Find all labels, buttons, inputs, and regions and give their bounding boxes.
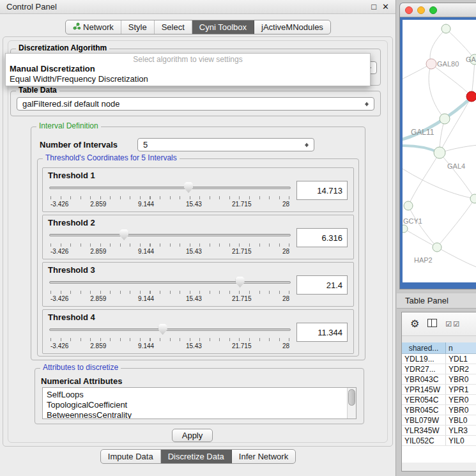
cell-shared-name[interactable]: YBR045C <box>402 405 446 415</box>
slider-thumb[interactable] <box>158 324 167 335</box>
list-item[interactable]: TopologicalCoefficient <box>43 400 356 410</box>
slider-thumb[interactable] <box>184 182 193 193</box>
cell-shared-name[interactable]: YDL19... <box>402 354 446 364</box>
close-icon[interactable]: ✕ <box>382 0 389 14</box>
scale-label: 28 <box>282 201 289 208</box>
close-traffic-light[interactable] <box>405 6 413 14</box>
num-intervals-select[interactable]: 5 <box>137 138 314 151</box>
network-node[interactable] <box>404 201 413 210</box>
cell-name[interactable]: YDR2 <box>446 364 476 374</box>
cell-shared-name[interactable]: YER054C <box>402 395 446 404</box>
network-canvas[interactable]: GAL80 GAL GAL11 GAL4 GCY1 HAP2 <box>403 20 476 282</box>
algorithm-group-title: Discretization Algorithm <box>16 43 109 52</box>
table-row[interactable]: YPR145W YPR1 <box>402 385 476 395</box>
list-scrollbar[interactable] <box>347 388 356 418</box>
network-node[interactable] <box>470 194 476 203</box>
tab-impute-data[interactable]: Impute Data <box>101 450 161 463</box>
network-node[interactable] <box>440 114 450 124</box>
table-row[interactable]: YBR043C YBR0 <box>402 374 476 385</box>
network-node[interactable] <box>441 24 450 33</box>
network-node[interactable] <box>434 147 445 158</box>
cell-name[interactable]: YBR0 <box>446 374 476 384</box>
slider-track[interactable] <box>49 328 291 331</box>
cell-shared-name[interactable]: YLR345W <box>402 426 446 435</box>
spinner-arrows-icon <box>364 100 370 108</box>
threshold-panel-3: Threshold 3 -3.426 2.859 9.144 15.43 21.… <box>42 262 354 307</box>
column-header-shared-name[interactable]: shared... <box>402 342 446 354</box>
network-node-gal80[interactable] <box>426 59 436 69</box>
table-row[interactable]: YER054C YER0 <box>402 395 476 405</box>
network-node-label: GCY1 <box>403 217 422 225</box>
table-data-select[interactable]: galFiltered.sif default node <box>17 97 374 111</box>
dropdown-option-equal-width[interactable]: Equal Width/Frequency Discretization <box>6 73 370 84</box>
table-row[interactable]: YBL079W YBL0 <box>402 415 476 426</box>
threshold-3-value-field[interactable]: 21.4 <box>296 275 348 295</box>
minimize-traffic-light[interactable] <box>417 6 425 14</box>
list-scrollbar-thumb[interactable] <box>348 389 355 406</box>
network-node-selected-red[interactable] <box>466 91 476 102</box>
threshold-1-slider[interactable] <box>49 182 291 194</box>
columns-icon[interactable] <box>427 319 437 329</box>
numerical-attributes-list[interactable]: SelfLoops TopologicalCoefficient Between… <box>42 387 357 419</box>
network-node[interactable] <box>433 243 441 252</box>
slider-track[interactable] <box>49 234 291 236</box>
slider-thumb[interactable] <box>236 277 245 288</box>
scale-label: -3.426 <box>50 201 68 208</box>
zoom-traffic-light[interactable] <box>429 6 437 14</box>
dropdown-option-manual-discretization[interactable]: Manual Discretization <box>6 63 370 73</box>
threshold-1-value-field[interactable]: 14.713 <box>296 181 348 200</box>
select-checkboxes-icon[interactable]: ☑☑ <box>445 320 461 328</box>
column-header-name[interactable]: n <box>446 342 476 354</box>
scale-label: 21.715 <box>232 295 252 302</box>
table-row[interactable]: YDR27... YDR2 <box>402 364 476 374</box>
cell-name[interactable]: YIL0 <box>446 436 476 445</box>
threshold-4-value-field[interactable]: 11.344 <box>296 323 348 342</box>
cell-shared-name[interactable]: YBR043C <box>402 374 446 384</box>
scale-label: 15.43 <box>186 201 202 208</box>
tab-style[interactable]: Style <box>121 20 155 34</box>
list-item[interactable]: SelfLoops <box>43 390 356 400</box>
scale-label: 15.43 <box>186 295 202 302</box>
cell-name[interactable]: YPR1 <box>446 385 476 394</box>
table-row[interactable]: YIL052C YIL0 <box>402 436 476 446</box>
tab-cyni-toolbox-label: Cyni Toolbox <box>199 22 247 32</box>
table-row[interactable]: YDL19... YDL1 <box>402 354 476 364</box>
cell-name[interactable]: YBL0 <box>446 415 476 425</box>
control-panel-titlebar: Control Panel □ ✕ <box>0 0 395 14</box>
cell-shared-name[interactable]: YBL079W <box>402 415 446 425</box>
apply-button[interactable]: Apply <box>172 429 213 442</box>
table-row[interactable]: YBR045C YBR0 <box>402 405 476 415</box>
tab-jactivemnodules[interactable]: jActiveMNodules <box>254 20 330 34</box>
cell-shared-name[interactable]: YIL052C <box>402 436 446 445</box>
threshold-4-slider[interactable] <box>49 324 291 335</box>
threshold-3-slider[interactable] <box>49 277 291 288</box>
cell-name[interactable]: YER0 <box>446 395 476 404</box>
gear-icon[interactable]: ⚙ <box>410 319 419 329</box>
slider-scale: -3.426 2.859 9.144 15.43 21.715 28 <box>50 201 289 208</box>
tab-select[interactable]: Select <box>155 20 192 34</box>
tab-discretize-data[interactable]: Discretize Data <box>161 450 232 463</box>
slider-track[interactable] <box>49 281 291 284</box>
threshold-1-label: Threshold 1 <box>48 171 95 180</box>
cell-name[interactable]: YLR3 <box>446 426 476 435</box>
threshold-2-slider[interactable] <box>49 229 291 241</box>
network-node-label: GAL80 <box>437 60 459 68</box>
tab-style-label: Style <box>128 22 147 32</box>
table-row[interactable]: YLR345W YLR3 <box>402 426 476 436</box>
tab-network[interactable]: Network <box>66 20 121 34</box>
cell-name[interactable]: YBR0 <box>446 405 476 415</box>
list-item[interactable]: BetweennessCentrality <box>43 410 356 419</box>
tab-cyni-toolbox[interactable]: Cyni Toolbox <box>192 20 254 34</box>
threshold-2-value-field[interactable]: 6.316 <box>296 228 348 247</box>
scale-label: 15.43 <box>186 342 202 349</box>
cell-name[interactable]: YDL1 <box>446 354 476 364</box>
network-node[interactable] <box>403 225 408 233</box>
tab-infer-network[interactable]: Infer Network <box>232 450 295 463</box>
threshold-panel-1: Threshold 1 -3.426 2.859 9.144 15.43 21.… <box>42 167 354 212</box>
cell-shared-name[interactable]: YPR145W <box>402 385 446 394</box>
slider-track[interactable] <box>49 187 291 189</box>
slider-thumb[interactable] <box>119 229 128 240</box>
network-window-titlebar <box>400 3 476 17</box>
cell-shared-name[interactable]: YDR27... <box>402 364 446 374</box>
restore-icon[interactable]: □ <box>371 0 376 14</box>
